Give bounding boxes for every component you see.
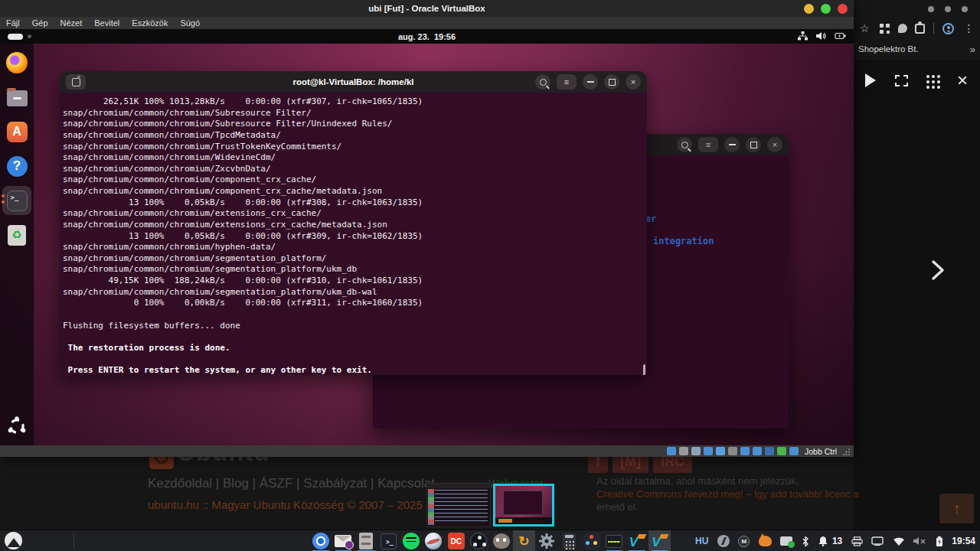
dock-item-terminal[interactable]: >_: [2, 186, 31, 215]
optical-drives-icon[interactable]: [679, 447, 688, 455]
dock-item-help[interactable]: ?: [2, 152, 31, 181]
virtualbox-titlebar[interactable]: ubi [Fut] - Oracle VirtualBox: [0, 0, 854, 17]
terminal-line: snap/chromium/common/chromium/segmentati…: [63, 264, 647, 276]
search-button[interactable]: [535, 74, 550, 90]
maximize-button[interactable]: [746, 137, 761, 152]
terminal-line: snap/chromium/common/chromium/WidevineCd…: [63, 152, 647, 164]
close-button[interactable]: ×: [626, 74, 641, 90]
terminal-line: snap/chromium/common/chromium/extensions…: [63, 208, 647, 220]
minimize-button[interactable]: [804, 4, 814, 14]
volume-icon: [816, 30, 826, 44]
network-adapters-icon[interactable]: [704, 447, 713, 455]
resize-grip-icon[interactable]: [843, 448, 851, 455]
menu-button[interactable]: ≡: [698, 137, 718, 152]
taskbar-app-double-commander[interactable]: DC: [445, 530, 468, 551]
taskbar-app-mail[interactable]: [332, 530, 355, 551]
tray-item-volume-muted[interactable]: [913, 536, 926, 546]
terminal-scrollbar[interactable]: [643, 364, 645, 375]
menu-gép[interactable]: Gép: [32, 18, 48, 28]
taskbar-app-virtualbox[interactable]: V: [626, 530, 648, 551]
vm-clock[interactable]: aug. 23. 19:56: [0, 32, 854, 41]
tray-item-bluetooth[interactable]: [802, 536, 809, 547]
dock-item-files[interactable]: [2, 83, 31, 112]
maximize-button[interactable]: [604, 74, 619, 90]
menu-fájl[interactable]: Fájl: [6, 18, 20, 28]
taskbar-app-obs-studio[interactable]: [468, 530, 491, 551]
taskbar-app-terminal[interactable]: >_: [377, 530, 400, 551]
terminal-content[interactable]: 262,51K 100% 1013,28kB/s 0:00:00 (xfr#30…: [60, 93, 647, 375]
recording-icon[interactable]: [716, 447, 725, 455]
menu-súgó[interactable]: Súgó: [180, 18, 200, 28]
globe-icon: [425, 533, 442, 549]
terminal-line: 49,15K 100% 188,24kB/s 0:00:00 (xfr#310,…: [63, 276, 647, 287]
shared-folders-icon[interactable]: [753, 447, 762, 455]
taskbar-app-virtualbox-vm[interactable]: V: [648, 530, 671, 551]
dock-item-app-center[interactable]: A: [2, 117, 31, 146]
minimize-button[interactable]: [724, 137, 740, 152]
preview-titlebar: [427, 484, 490, 488]
taskbar-app-sync[interactable]: ↻: [513, 530, 536, 551]
preview-terminal-text: [435, 490, 488, 524]
session-state-icon[interactable]: [789, 447, 799, 455]
taskbar-app-calculator[interactable]: [558, 530, 581, 551]
window-preview-virtualbox-selected[interactable]: [493, 484, 554, 527]
display-icon[interactable]: [740, 447, 750, 455]
dock-item-ubuntu-desktop[interactable]: [0, 416, 34, 439]
virtualbox-vm-icon: V: [651, 533, 668, 549]
audio-icon[interactable]: [691, 447, 701, 455]
window-preview-terminal[interactable]: [426, 483, 491, 527]
tray-item-m-app[interactable]: M: [738, 536, 750, 547]
maximize-button[interactable]: [821, 4, 831, 14]
menu-button[interactable]: ≡: [557, 74, 577, 90]
close-button[interactable]: [838, 4, 848, 14]
screenshot-icon[interactable]: [728, 447, 737, 455]
close-button[interactable]: ×: [767, 137, 782, 152]
vm-screen[interactable]: aug. 23. 19:56 A?>_ ≡: [0, 29, 854, 445]
sync-arrows-icon: ↻: [518, 535, 529, 548]
app-launcher-button[interactable]: [5, 532, 22, 549]
tray-item-display[interactable]: [871, 536, 884, 546]
legal-line: érhető el.: [596, 500, 859, 514]
dock-item-firefox[interactable]: [2, 48, 31, 77]
taskbar-app-globe[interactable]: [423, 530, 446, 551]
vm-system-indicators[interactable]: [798, 30, 846, 44]
tray-item-battery-charging[interactable]: [936, 536, 943, 547]
menu-nézet[interactable]: Nézet: [60, 18, 83, 28]
dock-item-trash[interactable]: [2, 220, 31, 249]
minimize-icon: [587, 81, 594, 83]
taskbar-app-audio-editor[interactable]: [603, 530, 626, 551]
menu-bevitel[interactable]: Bevitel: [94, 18, 119, 28]
taskbar-app-spotify[interactable]: [400, 530, 423, 551]
terminal-titlebar[interactable]: root@kl-VirtualBox: /home/kl ≡ ×: [60, 71, 647, 93]
legal-license-link[interactable]: Creative Commons Nevezd meg! – Így add t…: [596, 487, 859, 500]
terminal-window[interactable]: root@kl-VirtualBox: /home/kl ≡ × 262,51K…: [60, 71, 647, 375]
tray-item-tray-critter[interactable]: [759, 536, 772, 546]
keyboard-layout-indicator[interactable]: HU: [695, 536, 708, 546]
hard-disks-icon[interactable]: [667, 447, 676, 455]
terminal-icon: >_: [381, 533, 397, 549]
taskbar-app-chromium[interactable]: [309, 530, 332, 551]
tray-item-wifi[interactable]: [893, 536, 905, 546]
ubuntu-logo-icon: [7, 416, 27, 439]
taskbar-app-settings-gear[interactable]: [535, 530, 558, 551]
tray-item-messenger[interactable]: [717, 535, 730, 547]
network-activity-icon[interactable]: [777, 447, 786, 455]
taskbar-clock[interactable]: 19:54: [952, 536, 975, 546]
footer-nav-links[interactable]: Kezdőoldal | Blog | ÁSZF | Szabályzat | …: [148, 476, 435, 491]
taskbar-app-gimp[interactable]: [490, 530, 513, 551]
terminal-line: snap/chromium/common/chromium/segmentati…: [63, 287, 647, 298]
hamburger-icon: ≡: [564, 77, 569, 86]
virtualbox-window: ubi [Fut] - Oracle VirtualBox FájlGépNéz…: [0, 0, 854, 457]
menu-eszközök[interactable]: Eszközök: [132, 18, 168, 28]
taskbar-app-file-manager[interactable]: [354, 530, 377, 551]
tray-item-notifications-bell[interactable]: [818, 536, 828, 546]
tray-item-display-sync[interactable]: [780, 536, 792, 546]
footer-copyright: ubuntu.hu :: Magyar Ubuntu Közösség © 20…: [148, 498, 423, 511]
minimize-button[interactable]: [583, 74, 598, 90]
usb-devices-icon[interactable]: [765, 447, 774, 455]
terminal-line: 13 100% 0,05kB/s 0:00:00 (xfr#308, ir-ch…: [63, 197, 647, 209]
tray-item-printer[interactable]: [851, 536, 863, 546]
search-button[interactable]: [677, 137, 692, 152]
printer-icon: [851, 536, 863, 546]
taskbar-app-davinci-resolve[interactable]: [580, 530, 603, 551]
